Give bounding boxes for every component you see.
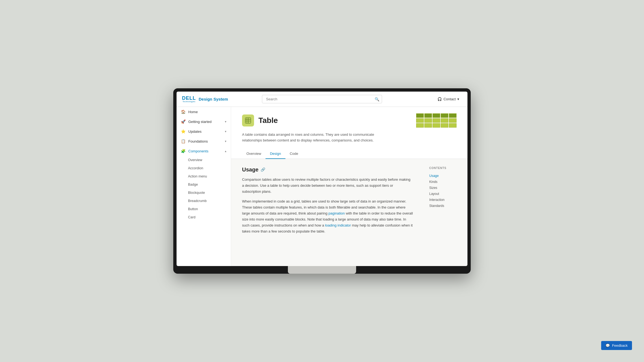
header-right: 🎧 Contact ▾ <box>407 95 462 103</box>
toc-item-sizes[interactable]: Sizes <box>429 185 462 191</box>
sidebar-sub-item-action-menu[interactable]: Action menu <box>177 172 231 180</box>
monitor-stand <box>288 266 356 274</box>
sidebar-item-label: Components <box>188 149 208 153</box>
content-area: Table <box>231 107 467 266</box>
contact-button[interactable]: 🎧 Contact ▾ <box>435 95 462 103</box>
header: DELL Technologies Design System 🔍 🎧 Cont… <box>177 92 467 107</box>
content-body: Usage 🔗 Comparison tables allow users to… <box>231 159 467 246</box>
thumb-cell <box>424 118 432 123</box>
sidebar-item-label: Updates <box>188 129 201 134</box>
screen: DELL Technologies Design System 🔍 🎧 Cont… <box>177 92 467 266</box>
sidebar-sub-label: Card <box>188 215 195 219</box>
chevron-down-icon: ▾ <box>225 130 226 133</box>
components-icon: 🧩 <box>181 149 186 153</box>
tabs: Overview Design Code <box>242 149 457 159</box>
usage-para1: Comparison tables allow users to review … <box>242 177 413 195</box>
loading-indicator-link[interactable]: loading indicator <box>325 223 351 227</box>
sidebar-sub-item-overview[interactable]: Overview <box>177 156 231 164</box>
thumb-cell <box>433 113 440 118</box>
sidebar-sub-item-blockquote[interactable]: Blockquote <box>177 189 231 197</box>
section-title: Usage <box>242 167 258 173</box>
thumb-cell <box>416 118 424 123</box>
sidebar-item-label: Getting started <box>188 120 211 124</box>
content: Table <box>231 107 467 266</box>
foundations-icon: 📋 <box>181 139 186 143</box>
sidebar-item-home[interactable]: 🏠 Home <box>177 107 231 117</box>
toc: CONTENTS Usage Kinds Sizes Layout Intera… <box>424 159 467 246</box>
chevron-down-icon: ▾ <box>457 97 459 101</box>
page-title-row: Table <box>242 113 457 128</box>
table-icon <box>245 117 251 124</box>
toc-item-usage[interactable]: Usage <box>429 173 462 179</box>
logo-area: DELL Technologies Design System <box>182 96 237 102</box>
sidebar-sub-item-badge[interactable]: Badge <box>177 180 231 189</box>
dell-logo: DELL Technologies <box>182 96 196 102</box>
table-thumbnail <box>416 113 457 128</box>
section-title-row: Usage 🔗 <box>242 167 413 173</box>
main-layout: 🏠 Home 🚀 Getting started ▾ ⭐ Updates ▾ 📋… <box>177 107 467 266</box>
sidebar-item-components[interactable]: 🧩 Components ▴ <box>177 146 231 156</box>
main-content: Usage 🔗 Comparison tables allow users to… <box>231 159 424 246</box>
search-bar: 🔍 <box>262 95 382 103</box>
sidebar-sub-item-card[interactable]: Card <box>177 213 231 221</box>
thumb-cell <box>424 113 432 118</box>
chevron-up-icon: ▴ <box>225 149 226 153</box>
sidebar: 🏠 Home 🚀 Getting started ▾ ⭐ Updates ▾ 📋… <box>177 107 231 266</box>
sidebar-item-label: Home <box>188 110 198 114</box>
thumb-cell <box>441 123 448 128</box>
anchor-icon[interactable]: 🔗 <box>261 167 265 172</box>
brand-name: Design System <box>199 97 228 101</box>
thumb-cell <box>441 118 448 123</box>
toc-item-layout[interactable]: Layout <box>429 191 462 197</box>
sidebar-sub-label: Blockquote <box>188 191 205 195</box>
toc-title: CONTENTS <box>429 167 462 170</box>
sidebar-sub-item-breadcrumb[interactable]: Breadcrumb <box>177 197 231 205</box>
home-icon: 🏠 <box>181 110 186 114</box>
tab-code[interactable]: Code <box>285 149 303 159</box>
contact-label: Contact <box>443 97 456 101</box>
thumb-cell <box>424 123 432 128</box>
sidebar-item-foundations[interactable]: 📋 Foundations ▾ <box>177 136 231 146</box>
chevron-down-icon: ▾ <box>225 140 226 143</box>
sidebar-item-getting-started[interactable]: 🚀 Getting started ▾ <box>177 117 231 126</box>
page-title: Table <box>258 116 278 125</box>
sidebar-sub-item-button[interactable]: Button <box>177 205 231 213</box>
page-icon <box>242 114 254 126</box>
tab-design[interactable]: Design <box>266 149 285 159</box>
thumb-cell <box>416 123 424 128</box>
sidebar-sub-item-accordion[interactable]: Accordion <box>177 164 231 172</box>
thumb-cell <box>433 123 440 128</box>
page-description: A table contains data arranged in rows a… <box>242 132 378 143</box>
page-header: Table <box>231 107 467 159</box>
sidebar-item-updates[interactable]: ⭐ Updates ▾ <box>177 126 231 136</box>
thumb-cell <box>441 113 448 118</box>
thumb-cell <box>416 113 424 118</box>
chevron-down-icon: ▾ <box>225 120 226 123</box>
toc-item-standards[interactable]: Standards <box>429 203 462 209</box>
dell-logo-sub: Technologies <box>183 101 195 102</box>
thumb-cell <box>449 113 457 118</box>
page-title-left: Table <box>242 114 278 126</box>
getting-started-icon: 🚀 <box>181 119 186 124</box>
sidebar-sub-label: Overview <box>188 158 202 162</box>
updates-icon: ⭐ <box>181 129 186 134</box>
sidebar-sub-label: Button <box>188 207 198 211</box>
thumb-cell <box>433 118 440 123</box>
monitor: DELL Technologies Design System 🔍 🎧 Cont… <box>173 88 471 274</box>
toc-item-kinds[interactable]: Kinds <box>429 179 462 185</box>
sidebar-item-label: Foundations <box>188 139 208 143</box>
sidebar-sub-label: Action menu <box>188 174 207 178</box>
sidebar-sub-label: Badge <box>188 183 198 186</box>
thumb-cell <box>449 118 457 123</box>
usage-para2: When implemented in code as a grid, tabl… <box>242 198 413 235</box>
svg-rect-0 <box>245 118 251 123</box>
search-input[interactable] <box>262 95 382 103</box>
thumb-cell <box>449 123 457 128</box>
toc-item-interaction[interactable]: Interaction <box>429 197 462 203</box>
tab-overview[interactable]: Overview <box>242 149 266 159</box>
headset-icon: 🎧 <box>437 97 442 101</box>
search-icon: 🔍 <box>375 97 379 101</box>
sidebar-sub-label: Breadcrumb <box>188 199 207 203</box>
dell-logo-text: DELL <box>182 96 196 101</box>
pagination-link[interactable]: pagination <box>329 211 345 215</box>
